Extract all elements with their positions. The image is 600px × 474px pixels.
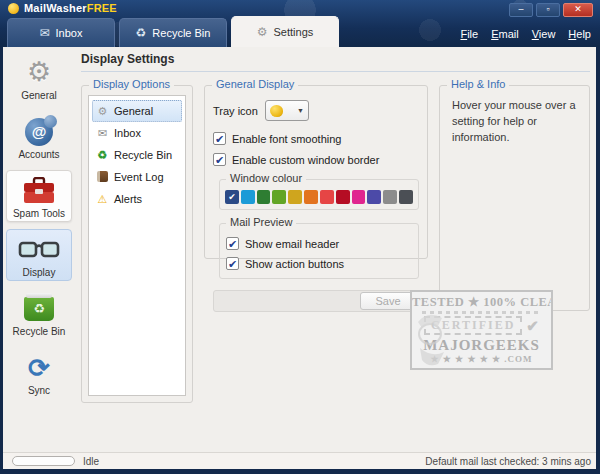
colour-swatches: ✔ <box>220 180 418 209</box>
menu-email[interactable]: Email <box>491 28 519 40</box>
menu-view[interactable]: View <box>532 28 556 40</box>
tab-recycle-bin-label: Recycle Bin <box>152 27 210 39</box>
gear-icon: ⚙ <box>257 25 268 39</box>
settings-sidebar: ⚙ General @ Accounts Spam Tools <box>3 47 75 452</box>
custom-border-row: ✔ Enable custom window border <box>213 153 419 166</box>
last-checked-text: Default mail last checked: 3 mins ago <box>425 456 591 467</box>
tab-settings-label: Settings <box>274 26 314 38</box>
recycle-bin-icon: ♻ <box>7 292 71 325</box>
sidebar-item-recycle-bin[interactable]: ♻ Recycle Bin <box>6 288 72 340</box>
tab-settings[interactable]: ⚙ Settings <box>231 16 339 47</box>
geek-doodle-icon <box>414 310 448 366</box>
sidebar-item-sync[interactable]: ⟳ Sync <box>6 347 72 399</box>
general-display-title: General Display <box>212 78 298 90</box>
tab-strip: ✉ Inbox ♻ Recycle Bin ⚙ Settings <box>7 18 339 47</box>
gear-icon: ⚙ <box>96 106 109 117</box>
help-info-group: Help & Info Hover your mouse over a sett… <box>439 85 590 311</box>
list-item-label: Recycle Bin <box>114 149 172 161</box>
help-info-text: Hover your mouse over a setting for help… <box>440 86 589 158</box>
custom-border-label: Enable custom window border <box>232 154 379 166</box>
maximize-button[interactable]: ▫ <box>536 3 560 17</box>
colour-swatch[interactable] <box>241 190 255 204</box>
sidebar-item-label: General <box>7 90 71 101</box>
app-logo-icon <box>8 3 19 14</box>
sidebar-item-label: Spam Tools <box>7 208 71 219</box>
settings-main: Display Settings Display Options ⚙ Gener… <box>75 47 596 452</box>
list-item-label: Inbox <box>114 127 141 139</box>
custom-border-checkbox[interactable]: ✔ <box>213 153 226 166</box>
tab-inbox[interactable]: ✉ Inbox <box>7 18 115 47</box>
window-controls: – ▫ ✕ <box>509 3 593 17</box>
colour-swatch[interactable] <box>336 190 350 204</box>
colour-swatch[interactable] <box>320 190 334 204</box>
colour-swatch[interactable] <box>367 190 381 204</box>
email-header-checkbox[interactable]: ✔ <box>226 237 239 250</box>
menu-file[interactable]: File <box>460 28 478 40</box>
sidebar-item-label: Accounts <box>7 149 71 160</box>
sidebar-item-display[interactable]: Display <box>6 229 72 281</box>
sidebar-item-label: Recycle Bin <box>7 326 71 337</box>
mail-preview-body: ✔ Show email header ✔ Show action button… <box>220 224 418 278</box>
chevron-down-icon: ▼ <box>297 107 304 114</box>
recycle-icon: ♻ <box>96 150 109 161</box>
app-name: MailWasher <box>24 2 87 14</box>
page-title: Display Settings <box>81 52 590 66</box>
minimize-button[interactable]: – <box>509 3 533 17</box>
colour-swatch[interactable] <box>352 190 366 204</box>
tray-icon-label: Tray icon <box>213 105 258 117</box>
action-buttons-checkbox[interactable]: ✔ <box>226 257 239 270</box>
list-item-inbox[interactable]: ✉ Inbox <box>92 122 182 144</box>
colour-swatch[interactable]: ✔ <box>225 190 239 204</box>
tab-recycle-bin[interactable]: ♻ Recycle Bin <box>119 18 227 47</box>
gears-icon: ⚙ <box>7 56 71 89</box>
colour-swatch[interactable] <box>288 190 302 204</box>
content-area: ⚙ General @ Accounts Spam Tools <box>3 47 596 452</box>
tray-icon-dropdown[interactable]: ▼ <box>265 100 309 121</box>
recycle-icon: ♻ <box>136 26 147 40</box>
action-buttons-label: Show action buttons <box>245 258 344 270</box>
check-icon: ✔ <box>526 317 539 335</box>
glasses-icon <box>7 233 71 266</box>
colour-swatch[interactable] <box>399 190 413 204</box>
font-smoothing-checkbox[interactable]: ✔ <box>213 132 226 145</box>
list-item-label: General <box>114 105 153 117</box>
menu-bar: File Email View Help <box>460 28 591 40</box>
colour-swatch[interactable] <box>383 190 397 204</box>
list-item-label: Alerts <box>114 193 142 205</box>
list-item-recycle-bin[interactable]: ♻ Recycle Bin <box>92 144 182 166</box>
list-item-general[interactable]: ⚙ General <box>92 100 182 122</box>
email-header-row: ✔ Show email header <box>226 237 412 250</box>
action-buttons-row: ✔ Show action buttons <box>226 257 412 270</box>
font-smoothing-row: ✔ Enable font smoothing <box>213 132 419 145</box>
sidebar-item-accounts[interactable]: @ Accounts <box>6 111 72 163</box>
menu-help[interactable]: Help <box>568 28 591 40</box>
save-button[interactable]: Save <box>360 292 416 310</box>
display-options-title: Display Options <box>89 78 174 90</box>
colour-swatch[interactable] <box>257 190 271 204</box>
close-button[interactable]: ✕ <box>563 3 593 17</box>
accounts-icon: @ <box>7 115 71 148</box>
help-info-title: Help & Info <box>447 78 509 90</box>
envelope-icon: ✉ <box>96 128 109 139</box>
majorgeeks-watermark: TESTED ★ 100% CLEAN CERTIFIED ✔ MAJORGEE… <box>410 290 553 370</box>
sidebar-item-general[interactable]: ⚙ General <box>6 52 72 104</box>
colour-swatch[interactable] <box>272 190 286 204</box>
app-name-suffix: FREE <box>87 2 117 14</box>
window-colour-title: Window colour <box>226 172 306 184</box>
tray-icon-preview <box>270 105 283 117</box>
colour-swatch[interactable] <box>304 190 318 204</box>
sidebar-item-label: Sync <box>7 385 71 396</box>
status-text: Idle <box>83 456 99 467</box>
stamp-line1: TESTED ★ 100% CLEAN <box>412 294 551 310</box>
log-book-icon <box>96 171 109 184</box>
email-header-label: Show email header <box>245 238 339 250</box>
list-item-alerts[interactable]: ⚠ Alerts <box>92 188 182 210</box>
app-title: MailWasherFREE <box>8 2 117 14</box>
display-options-group: Display Options ⚙ General ✉ Inbox ♻ Recy <box>81 85 193 403</box>
sync-icon: ⟳ <box>7 351 71 384</box>
window-colour-group: Window colour ✔ <box>219 179 419 210</box>
mailwasher-window: MailWasherFREE – ▫ ✕ File Email View Hel… <box>0 0 600 474</box>
display-options-list: ⚙ General ✉ Inbox ♻ Recycle Bin <box>88 95 186 396</box>
list-item-event-log[interactable]: Event Log <box>92 166 182 188</box>
sidebar-item-spam-tools[interactable]: Spam Tools <box>6 170 72 222</box>
